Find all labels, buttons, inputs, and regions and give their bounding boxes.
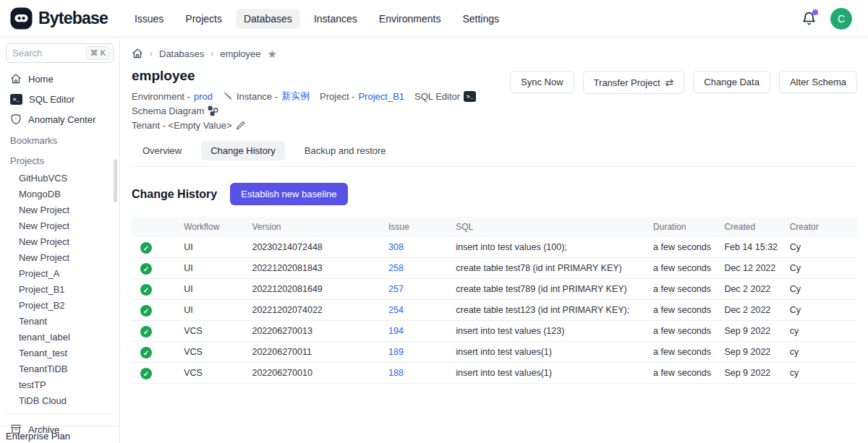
notification-dot xyxy=(812,9,818,15)
sql-cell: create table test78 (id int PRIMARY KEY) xyxy=(447,258,644,279)
environment-link[interactable]: prod xyxy=(194,91,213,102)
sql-editor-shortcut[interactable]: SQL Editor >_ xyxy=(414,91,476,102)
alter-schema-button[interactable]: Alter Schema xyxy=(779,71,857,93)
sync-now-button[interactable]: Sync Now xyxy=(510,71,574,93)
issue-link[interactable]: 257 xyxy=(388,284,404,294)
sql-cell: insert into test values (123) xyxy=(447,321,644,342)
breadcrumb: › Databases › employee ★ xyxy=(132,48,857,59)
version-cell: 202206270010 xyxy=(243,363,380,384)
success-check-icon: ✓ xyxy=(140,305,152,317)
edit-pencil-icon[interactable] xyxy=(236,121,245,130)
duration-cell: a few seconds xyxy=(644,258,715,279)
sidebar-project-project-b1[interactable]: Project_B1 xyxy=(6,281,114,297)
created-cell: Dec 2 2022 xyxy=(715,279,780,300)
sidebar-project-tenant-test[interactable]: Tenant_test xyxy=(6,345,114,361)
tab-change-history[interactable]: Change History xyxy=(201,141,285,160)
sidebar-project-new-project[interactable]: New Project xyxy=(6,249,114,265)
bytebase-logo-icon xyxy=(10,7,33,30)
duration-cell: a few seconds xyxy=(644,321,715,342)
sidebar-project-new-project[interactable]: New Project xyxy=(6,218,114,233)
bookmark-star-icon[interactable]: ★ xyxy=(268,48,277,59)
sidebar-project-project-a[interactable]: Project_A xyxy=(6,265,114,281)
version-cell: 20221202081843 xyxy=(243,258,380,279)
issue-link[interactable]: 188 xyxy=(388,368,404,378)
breadcrumb-employee[interactable]: employee xyxy=(220,48,260,59)
sidebar-project-tenant-label[interactable]: tenant_label xyxy=(6,329,114,345)
sidebar-project-new-project[interactable]: New Project xyxy=(6,202,114,218)
sidebar-project-new-project[interactable]: New Project xyxy=(6,233,114,249)
issue-cell: 258 xyxy=(380,258,447,279)
success-check-icon: ✓ xyxy=(140,347,152,358)
main-content: › Databases › employee ★ employee Enviro… xyxy=(120,38,868,443)
workflow-cell: VCS xyxy=(175,363,243,384)
issue-link[interactable]: 189 xyxy=(388,347,404,357)
transfer-arrows-icon: ⇄ xyxy=(665,77,674,88)
sidebar-divider xyxy=(6,413,114,414)
duration-cell: a few seconds xyxy=(644,279,715,300)
terminal-icon: >_ xyxy=(464,91,476,102)
home-icon[interactable] xyxy=(132,48,143,59)
plan-label: Enterprise Plan xyxy=(0,426,119,443)
nav-item-settings[interactable]: Settings xyxy=(454,9,507,29)
button-label: Sync Now xyxy=(521,77,563,87)
button-label: Transfer Project xyxy=(594,77,660,88)
created-cell: Dec 2 2022 xyxy=(715,300,780,321)
sidebar-project-testtp[interactable]: testTP xyxy=(6,377,114,392)
schema-diagram-icon xyxy=(208,106,218,116)
search-box[interactable]: ⌘ K xyxy=(6,43,114,63)
sidebar-project-githubvcs[interactable]: GitHubVCS xyxy=(6,170,114,186)
breadcrumb-databases[interactable]: Databases xyxy=(159,48,204,59)
nav-item-projects[interactable]: Projects xyxy=(177,9,230,29)
environment-meta: Environment - prod xyxy=(132,91,213,102)
issue-link[interactable]: 258 xyxy=(388,263,404,273)
notifications-button[interactable] xyxy=(801,11,817,27)
sidebar-project-tenanttidb[interactable]: TenantTiDB xyxy=(6,361,114,377)
tab-overview[interactable]: Overview xyxy=(133,141,191,160)
status-cell: ✓ xyxy=(132,300,175,321)
issue-link[interactable]: 194 xyxy=(388,326,404,336)
creator-cell: Cy xyxy=(781,237,857,258)
search-input[interactable] xyxy=(12,48,70,59)
breadcrumb-separator: › xyxy=(150,48,153,59)
issue-link[interactable]: 308 xyxy=(388,242,404,252)
bytebase-logo[interactable]: Bytebase xyxy=(10,7,108,30)
table-header-row: WorkflowVersionIssueSQLDurationCreatedCr… xyxy=(132,217,857,237)
sidebar-project-mongodb[interactable]: MongoDB xyxy=(6,186,114,202)
sql-cell: insert into test values (100); xyxy=(447,237,644,258)
workflow-cell: VCS xyxy=(175,321,243,342)
column-header-workflow: Workflow xyxy=(175,217,243,237)
sidebar-item-sql-editor[interactable]: >_SQL Editor xyxy=(6,89,114,109)
sidebar-project-tidb-cloud[interactable]: TiDB Cloud xyxy=(6,392,114,408)
sidebar-scrollbar[interactable] xyxy=(114,159,117,202)
creator-cell: cy xyxy=(781,342,857,363)
schema-diagram-shortcut[interactable]: Schema Diagram xyxy=(132,106,218,116)
nav-item-databases[interactable]: Databases xyxy=(236,9,300,29)
nav-item-issues[interactable]: Issues xyxy=(127,9,171,29)
column-header-issue: Issue xyxy=(380,217,447,237)
change-data-button[interactable]: Change Data xyxy=(693,71,770,93)
created-cell: Dec 12 2022 xyxy=(715,258,780,279)
duration-cell: a few seconds xyxy=(644,342,715,363)
workflow-cell: UI xyxy=(175,258,243,279)
sidebar-item-home[interactable]: Home xyxy=(6,69,114,89)
establish-baseline-button[interactable]: Establish new baseline xyxy=(230,183,347,205)
instance-link[interactable]: 新实例 xyxy=(281,90,310,103)
issue-cell: 194 xyxy=(380,321,447,342)
nav-item-instances[interactable]: Instances xyxy=(306,9,365,29)
column-header-duration: Duration xyxy=(644,217,715,237)
issue-link[interactable]: 254 xyxy=(388,305,404,315)
created-cell: Sep 9 2022 xyxy=(715,363,780,384)
success-check-icon: ✓ xyxy=(140,242,152,254)
tab-backup-and-restore[interactable]: Backup and restore xyxy=(295,141,396,160)
home-icon xyxy=(10,73,22,85)
project-link[interactable]: Project_B1 xyxy=(358,91,404,102)
page-title: employee xyxy=(132,68,510,84)
avatar[interactable]: C xyxy=(830,8,852,30)
sidebar-item-label: Anomaly Center xyxy=(28,114,95,125)
sidebar-project-tenant[interactable]: Tenant xyxy=(6,313,114,329)
issue-cell: 254 xyxy=(380,300,447,321)
sidebar-item-anomaly-center[interactable]: Anomaly Center xyxy=(6,109,114,129)
sidebar-project-project-b2[interactable]: Project_B2 xyxy=(6,297,114,313)
transfer-project-button[interactable]: Transfer Project⇄ xyxy=(583,71,685,94)
nav-item-environments[interactable]: Environments xyxy=(371,9,449,29)
